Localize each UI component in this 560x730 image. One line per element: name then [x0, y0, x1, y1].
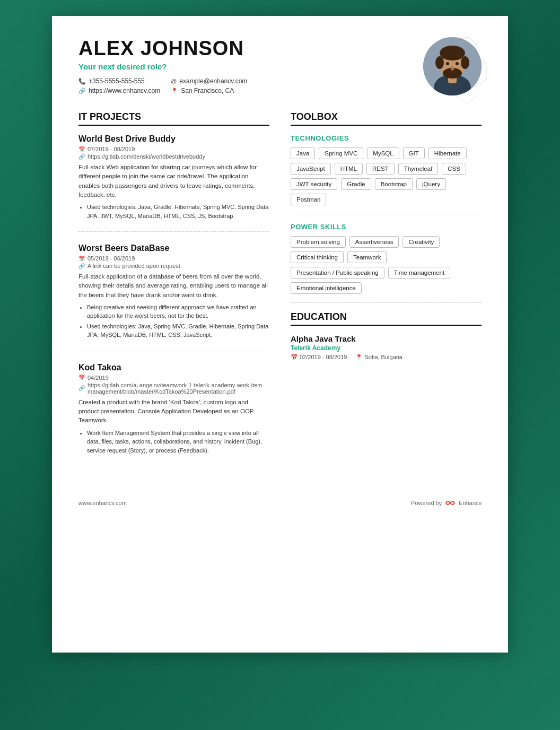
project-2-date-row: 📅 05/2019 - 06/2019	[78, 255, 269, 262]
project-2-bullets: Being creative and seeking different app…	[78, 303, 269, 340]
skill-tag: Critical thinking	[291, 251, 344, 263]
tech-tag: Java	[291, 147, 315, 159]
phone-item: 📞 +355-5555-555-555	[78, 77, 160, 85]
right-column: TOOLBOX TECHNOLOGIES JavaSpring MVCMySQL…	[291, 111, 482, 477]
calendar-icon-2: 📅	[78, 256, 85, 262]
skill-tag: Teamwork	[347, 251, 387, 263]
project-2-link: A link can be provided upon request	[88, 263, 180, 269]
technologies-label: TECHNOLOGIES	[291, 134, 482, 142]
skill-tag: Assertiveness	[349, 236, 399, 248]
skill-tag: Emotional intelligence	[291, 282, 362, 294]
project-1-meta: 📅 07/2019 - 08/2019 🔗 https://gitlab.com…	[78, 146, 269, 160]
edu-meta: 📅 02/2019 - 08/2019 📍 Sofia, Bulgaria	[291, 354, 482, 361]
svg-point-12	[446, 62, 449, 65]
divider-2	[291, 302, 482, 303]
svg-point-9	[435, 56, 444, 69]
header-left: ALEX JOHNSON Your next desired role? 📞 +…	[78, 37, 252, 94]
project-3-meta: 📅 04/2019 🔗 https://gitlab.com/aj.angelo…	[78, 375, 269, 395]
footer-brand: Powered by Enhancv	[411, 499, 482, 507]
project-2-bullet-2: Used technologies: Java, Spring MVC, Gra…	[87, 322, 269, 340]
candidate-name: ALEX JOHNSON	[78, 37, 252, 60]
project-2-meta: 📅 05/2019 - 06/2019 🔗 A link can be prov…	[78, 255, 269, 269]
project-2-bullet-1: Being creative and seeking different app…	[87, 303, 269, 320]
education-title: EDUCATION	[291, 311, 482, 326]
link-icon-2: 🔗	[78, 263, 85, 269]
edu-location-icon: 📍	[355, 354, 363, 360]
project-1-title: World Best Drive Buddy	[78, 134, 269, 144]
power-skills-label: POWER SKILLS	[291, 223, 482, 231]
project-3-title: Kod Takoa	[78, 363, 269, 372]
project-2-date: 05/2019 - 06/2019	[88, 255, 135, 262]
link-icon: 🔗	[78, 88, 86, 94]
tech-tag: Gradle	[341, 178, 371, 190]
phone-icon: 📞	[78, 78, 86, 85]
brand-name: Enhancv	[459, 500, 482, 506]
tech-tag: Hibernate	[428, 147, 467, 159]
project-2-desc: Full-stack application of a database of …	[78, 272, 269, 300]
phone-text: +355-5555-555-555	[89, 77, 145, 85]
project-1-link: https://gitlab.com/denski/worldbestdrive…	[88, 153, 205, 160]
skill-tag: Presentation / Public speaking	[291, 267, 384, 279]
project-2-link-row: 🔗 A link can be provided upon request	[78, 263, 269, 269]
power-skills-tags: Problem solvingAssertivenessCreativityCr…	[291, 236, 482, 294]
project-1-date: 07/2019 - 08/2019	[88, 146, 135, 152]
project-2: Worst Beers DataBase 📅 05/2019 - 06/2019…	[78, 244, 269, 351]
tech-tag: MySQL	[367, 147, 399, 159]
contact-grid: 📞 +355-5555-555-555 @ example@enhancv.co…	[78, 77, 252, 94]
svg-point-10	[461, 56, 469, 69]
left-column: IT PROJECTS World Best Drive Buddy 📅 07/…	[78, 111, 269, 477]
project-3-bullets: Work Item Management System that provide…	[78, 429, 269, 455]
website-text: https://www.enhancv.com	[89, 87, 160, 94]
skill-tag: Problem solving	[291, 236, 346, 248]
resume-page: ALEX JOHNSON Your next desired role? 📞 +…	[52, 16, 508, 653]
calendar-icon-1: 📅	[78, 146, 85, 152]
footer-website: www.enhancv.com	[78, 500, 127, 506]
enhancv-logo-icon	[445, 499, 456, 507]
location-text: San Francisco, CA	[181, 87, 234, 94]
powered-by-text: Powered by	[411, 500, 442, 506]
project-3-link-row: 🔗 https://gitlab.com/aj.angelov/teamwork…	[78, 382, 269, 395]
tech-tag: CSS	[442, 163, 466, 175]
project-2-title: Worst Beers DataBase	[78, 244, 269, 253]
email-text: example@enhancv.com	[179, 77, 247, 85]
avatar	[423, 37, 482, 95]
project-3-date-row: 📅 04/2019	[78, 375, 269, 381]
tech-tag: Thymeleaf	[398, 163, 439, 175]
edu-calendar-icon: 📅	[291, 354, 298, 360]
project-3-bullet-1: Work Item Management System that provide…	[87, 429, 269, 455]
skill-tag: Creativity	[402, 236, 440, 248]
calendar-icon-3: 📅	[78, 375, 85, 380]
project-3-link: https://gitlab.com/aj.angelov/teamwork-1…	[88, 382, 269, 395]
link-icon-1: 🔗	[78, 154, 85, 160]
tech-tag: GIT	[403, 147, 425, 159]
tech-tag: jQuery	[416, 178, 446, 190]
project-3: Kod Takoa 📅 04/2019 🔗 https://gitlab.com…	[78, 363, 269, 466]
svg-point-13	[456, 62, 459, 65]
divider-1	[291, 214, 482, 214]
project-1-link-row: 🔗 https://gitlab.com/denski/worldbestdri…	[78, 153, 269, 160]
edu-school: Telerik Academy	[291, 344, 482, 352]
svg-point-14	[451, 66, 454, 71]
tech-tag: JWT security	[291, 178, 337, 190]
tech-tag: REST	[366, 163, 395, 175]
website-item: 🔗 https://www.enhancv.com	[78, 87, 160, 94]
project-3-desc: Created a product with the brand 'Kod Ta…	[78, 398, 269, 425]
svg-point-8	[440, 46, 465, 60]
project-1-desc: Full-stack Web application for sharing c…	[78, 163, 269, 199]
tech-tag: Spring MVC	[319, 147, 363, 159]
edu-date: 📅 02/2019 - 08/2019	[291, 354, 347, 361]
avatar-illustration	[423, 37, 482, 95]
edu-date-text: 02/2019 - 08/2019	[300, 354, 347, 360]
edu-location: 📍 Sofia, Bulgaria	[355, 354, 402, 361]
tech-tag: HTML	[335, 163, 363, 175]
email-item: @ example@enhancv.com	[171, 77, 252, 85]
project-3-date: 04/2019	[88, 375, 109, 381]
link-icon-3: 🔗	[78, 385, 85, 391]
project-1-bullets: Used technologies: Java, Gradle, Hiberna…	[78, 203, 269, 220]
email-icon: @	[171, 78, 177, 84]
edu-location-text: Sofia, Bulgaria	[364, 354, 402, 360]
location-item: 📍 San Francisco, CA	[171, 87, 252, 94]
technologies-tags: JavaSpring MVCMySQLGITHibernateJavaScrip…	[291, 147, 482, 205]
location-icon: 📍	[171, 88, 178, 94]
project-1-bullet-1: Used technologies: Java, Gradle, Hiberna…	[87, 203, 269, 220]
